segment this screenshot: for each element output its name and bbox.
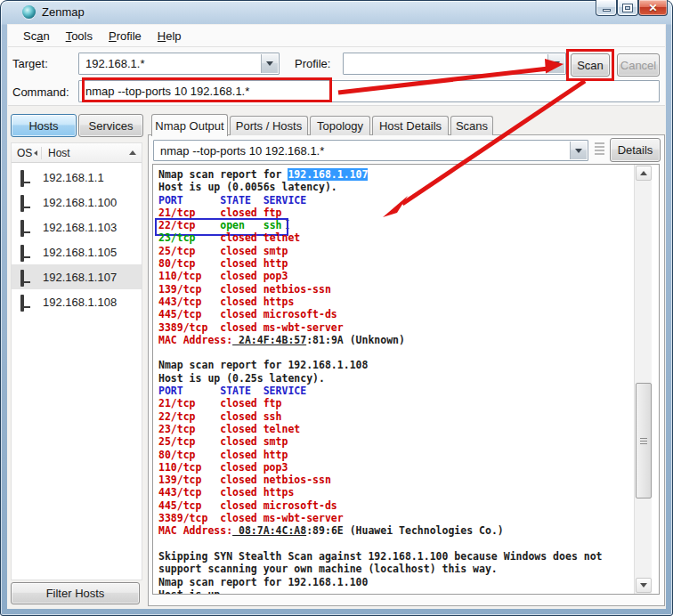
- host-ip-label: 192.168.1.103: [43, 221, 117, 234]
- host-row-192.168.1.1[interactable]: 192.168.1.1: [12, 165, 142, 190]
- minimize-icon: [603, 9, 611, 12]
- output-line: 443/tcp closed https: [158, 296, 603, 308]
- host-os-icon: [20, 172, 34, 183]
- grip-icon: [595, 142, 604, 157]
- window-title: Zenmap: [42, 5, 85, 19]
- target-value: 192.168.1.*: [85, 57, 145, 70]
- output-line: 110/tcp closed pop3: [158, 270, 603, 282]
- output-line: 23/tcp closed telnet: [158, 231, 603, 244]
- host-os-icon: [20, 272, 34, 283]
- maximize-button[interactable]: [617, 0, 638, 16]
- output-line: Host is up (0.0056s latency).: [158, 181, 603, 193]
- annotation-red-box-command: [82, 77, 332, 102]
- tab-scans[interactable]: Scans: [450, 116, 493, 135]
- output-line: MAC Address: 08:7A:4C:A8:89:6E (Huawei T…: [158, 524, 603, 537]
- scrollbar-thumb[interactable]: [636, 383, 652, 498]
- output-line: 23/tcp closed telnet: [158, 423, 603, 435]
- host-ip-label: 192.168.1.100: [43, 196, 117, 209]
- output-line: 445/tcp closed microsoft-ds: [158, 308, 603, 320]
- zenmap-window: Zenmap ✕ ScanToolsProfileHelp Target: 19…: [0, 0, 673, 616]
- output-line: Nmap scan report for 192.168.1.100: [158, 576, 603, 588]
- output-line: 80/tcp closed http: [158, 449, 603, 461]
- tab-ports-hosts[interactable]: Ports / Hosts: [230, 116, 308, 135]
- host-column-header[interactable]: Host: [42, 147, 142, 159]
- os-column-header[interactable]: OS: [12, 147, 42, 159]
- menu-item-scan[interactable]: Scan: [15, 27, 58, 45]
- scan-history-combo[interactable]: nmap --top-ports 10 192.168.1.*: [153, 140, 588, 161]
- menu-item-profile[interactable]: Profile: [101, 27, 150, 45]
- host-list: OS Host 192.168.1.1192.168.1.100192.168.…: [11, 142, 142, 580]
- host-row-192.168.1.107[interactable]: 192.168.1.107: [12, 264, 142, 289]
- host-os-icon: [20, 197, 34, 208]
- sort-ascending-icon: [129, 150, 136, 155]
- target-dropdown-button[interactable]: [261, 54, 278, 73]
- profile-label: Profile:: [295, 57, 330, 70]
- triangle-up-icon: [640, 171, 647, 175]
- hosts-toggle-button[interactable]: Hosts: [11, 114, 77, 137]
- close-icon: ✕: [648, 1, 657, 15]
- tab-host-details[interactable]: Host Details: [372, 116, 449, 135]
- host-os-icon: [20, 247, 34, 258]
- host-row-192.168.1.105[interactable]: 192.168.1.105: [12, 239, 142, 264]
- cancel-button[interactable]: Cancel: [617, 53, 660, 77]
- tab-topology[interactable]: Topology: [310, 116, 370, 135]
- output-line: [158, 346, 603, 359]
- output-line: 21/tcp closed ftp: [158, 397, 603, 409]
- output-scrollbar[interactable]: [634, 165, 652, 594]
- minimize-button[interactable]: [596, 0, 617, 16]
- collapse-column-icon: [34, 150, 37, 156]
- thumb-grip-icon: [640, 438, 647, 444]
- output-line: 25/tcp closed smtp: [158, 245, 603, 257]
- scan-history-dropdown-button[interactable]: [570, 142, 587, 159]
- filter-hosts-button[interactable]: Filter Hosts: [11, 582, 140, 604]
- output-line: 139/tcp closed netbios-ssn: [158, 283, 603, 296]
- close-button[interactable]: ✕: [638, 0, 668, 16]
- chevron-down-icon: [575, 149, 582, 153]
- host-os-icon: [20, 296, 34, 308]
- selected-ip-text: 192.168.1.107: [288, 168, 368, 181]
- zenmap-app-icon: [22, 5, 36, 19]
- target-combo[interactable]: 192.168.1.*: [78, 53, 280, 75]
- output-line: Nmap scan report for 192.168.1.107: [158, 168, 603, 181]
- target-label: Target:: [12, 57, 48, 70]
- output-line: PORT STATE SERVICE: [158, 385, 603, 397]
- profile-dropdown-button[interactable]: [547, 54, 564, 73]
- output-line: support scanning your own machine (local…: [158, 563, 603, 575]
- profile-combo[interactable]: [343, 53, 566, 75]
- host-ip-label: 192.168.1.1: [43, 171, 104, 184]
- output-line: 110/tcp closed pop3: [158, 461, 603, 474]
- chevron-down-icon: [553, 61, 560, 66]
- output-line: MAC Address: 2A:4F:4B:57:81:9A (Unknown): [158, 334, 603, 346]
- chevron-down-icon: [266, 61, 273, 66]
- output-line: 443/tcp closed https: [158, 486, 603, 498]
- nmap-output-area[interactable]: Nmap scan report for 192.168.1.107Host i…: [152, 164, 660, 595]
- host-row-192.168.1.103[interactable]: 192.168.1.103: [12, 215, 142, 239]
- caption-buttons: ✕: [596, 0, 668, 16]
- text-cursor-icon: I: [286, 219, 290, 231]
- host-ip-label: 192.168.1.105: [43, 246, 117, 259]
- menu-item-tools[interactable]: Tools: [58, 27, 101, 45]
- scroll-up-button[interactable]: [636, 166, 652, 181]
- os-column-label: OS: [17, 147, 32, 159]
- host-row-192.168.1.108[interactable]: 192.168.1.108: [12, 289, 142, 314]
- host-column-label: Host: [48, 147, 70, 159]
- services-toggle-button[interactable]: Services: [78, 114, 143, 137]
- host-row-192.168.1.100[interactable]: 192.168.1.100: [12, 190, 142, 215]
- output-line: Host is up.: [158, 588, 603, 595]
- output-line: 25/tcp closed smtp: [158, 435, 603, 448]
- output-line: 80/tcp closed http: [158, 257, 603, 270]
- tab-nmap-output[interactable]: Nmap Output: [151, 114, 228, 136]
- scan-history-value: nmap --top-ports 10 192.168.1.*: [160, 144, 324, 158]
- output-line: Skipping SYN Stealth Scan against 192.16…: [158, 550, 603, 563]
- host-list-header[interactable]: OS Host: [12, 143, 142, 163]
- output-line: Nmap scan report for 192.168.1.108: [158, 359, 603, 371]
- menu-item-help[interactable]: Help: [150, 27, 190, 45]
- scroll-down-button[interactable]: [636, 578, 652, 593]
- output-line: 22/tcp closed ssh: [158, 410, 603, 423]
- output-line: 139/tcp closed netbios-ssn: [158, 474, 603, 486]
- maximize-icon: [623, 4, 632, 12]
- output-line: 3389/tcp closed ms-wbt-server: [158, 512, 603, 524]
- details-button[interactable]: Details: [610, 138, 661, 162]
- nmap-output-text: Nmap scan report for 192.168.1.107Host i…: [158, 168, 603, 595]
- output-line: 3389/tcp closed ms-wbt-server: [158, 321, 603, 334]
